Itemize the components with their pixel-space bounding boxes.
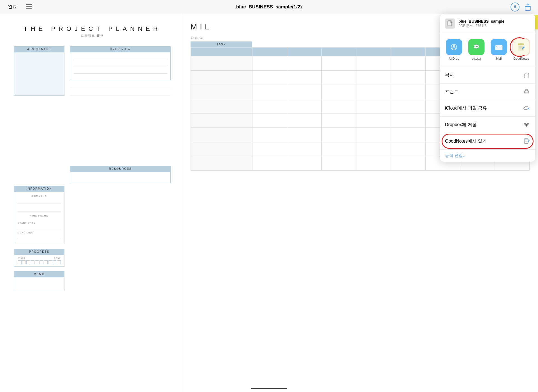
grid-row-4-task [191, 99, 252, 113]
svg-rect-27 [525, 90, 528, 91]
svg-point-29 [528, 91, 528, 92]
file-icon [445, 18, 455, 29]
messages-icon [472, 43, 481, 51]
grid-r1-c3 [322, 56, 356, 70]
airdrop-icon [450, 43, 458, 51]
line-1 [70, 82, 171, 89]
mail-app-icon[interactable] [491, 39, 507, 55]
grid-r5-c5 [391, 113, 426, 127]
airdrop-label: AirDrop [449, 57, 459, 60]
file-meta: PDF 문서 · 275 KB [458, 24, 504, 28]
grid-r2-c1 [252, 71, 287, 85]
grid-col-4 [356, 48, 391, 56]
file-details: blue_BUSINESS_sample PDF 문서 · 275 KB [458, 19, 504, 28]
page-left: THE PROJECT PLANNER 프로젝트 플랜 ASSIGNMENT O… [0, 14, 182, 392]
grid-r8-c4 [356, 156, 391, 170]
overview-header: OVER VIEW [70, 46, 171, 52]
lower-section: INFORMATION COMMENT TIME FRAME START DAT… [14, 186, 171, 296]
grid-r6-c2 [287, 128, 322, 142]
grid-row-5-task [191, 113, 252, 127]
overview-extra-lines [70, 82, 171, 96]
goodnotes-open-icon [523, 138, 530, 145]
grid-row-2-task [191, 71, 252, 85]
information-header: INFORMATION [14, 186, 64, 192]
edit-actions: 동작 편집... [440, 150, 535, 162]
page-main-title: THE PROJECT PLANNER [14, 25, 171, 33]
progress-box-7 [44, 260, 48, 264]
grid-r4-c5 [391, 99, 426, 113]
start-date-label: START DATE [18, 222, 61, 224]
grid-r8-c2 [287, 156, 322, 170]
goodnotes-app-icon[interactable] [513, 39, 529, 55]
deadline-label: DEAD LINE [18, 231, 61, 234]
page-subtitle: 프로젝트 플랜 [14, 34, 171, 38]
grid-r6-c1 [252, 128, 287, 142]
grid-r4-c2 [287, 99, 322, 113]
assignment-content [14, 52, 64, 96]
back-button[interactable]: 완료 [6, 3, 19, 11]
goodnotes-open-menu-item[interactable]: GoodNotes에서 열기 [440, 133, 535, 150]
share-icon [525, 3, 531, 11]
icloud-label: iCloud에서 파일 공유 [445, 105, 487, 111]
svg-rect-25 [524, 74, 528, 78]
grid-header-task [191, 48, 252, 56]
grid-r1-c5 [391, 56, 426, 70]
dropbox-menu-item[interactable]: Dropbox에 저장 [440, 117, 535, 133]
grid-col-3 [322, 48, 356, 56]
task-header: TASK [191, 41, 252, 47]
messages-app-icon[interactable] [468, 39, 484, 55]
time-frame-group: TIME FRAME START DATE DEAD LINE [18, 215, 61, 239]
progress-section: PROGRESS START DONE [14, 249, 64, 267]
grid-col-1 [252, 48, 287, 56]
grid-r3-c3 [322, 85, 356, 99]
grid-col-5 [391, 48, 426, 56]
progress-box-4 [31, 260, 35, 264]
grid-row-7-task [191, 142, 252, 156]
start-date-field [18, 225, 61, 229]
profile-button[interactable]: A [511, 3, 520, 11]
grid-r2-c2 [287, 71, 322, 85]
memo-header: MEMO [14, 271, 64, 277]
resources-header: RESOURCES [70, 166, 171, 172]
edit-actions-link[interactable]: 동작 편집... [445, 153, 467, 158]
svg-rect-19 [518, 43, 524, 45]
grid-r1-c1 [252, 56, 287, 70]
progress-start-label: START [18, 257, 25, 259]
print-menu-item[interactable]: 프린트 [440, 83, 535, 100]
progress-box-1 [18, 260, 22, 264]
list-button[interactable] [24, 3, 34, 11]
svg-rect-2 [26, 8, 32, 9]
grid-r7-c4 [356, 142, 391, 156]
airdrop-app-wrapper: AirDrop [444, 39, 464, 61]
grid-r2-c5 [391, 71, 426, 85]
grid-row-3-task [191, 85, 252, 99]
information-content: COMMENT TIME FRAME START DATE DEAD LINE [14, 192, 64, 244]
mail-label: Mail [496, 57, 502, 60]
grid-r8-c5 [391, 156, 426, 170]
progress-done-label: DONE [54, 257, 61, 259]
copy-menu-item[interactable]: 복사 [440, 67, 535, 83]
airdrop-app-icon[interactable] [446, 39, 462, 55]
grid-r8-c1 [252, 156, 287, 170]
file-name: blue_BUSINESS_sample [458, 19, 504, 24]
memo-section: MEMO [14, 271, 64, 291]
grid-r2-c4 [356, 71, 391, 85]
right-column: OVER VIEW RESOURCES [70, 46, 171, 183]
comment-label: COMMENT [18, 195, 61, 197]
grid-r1-c4 [356, 56, 391, 70]
overview-lines [70, 52, 170, 77]
grid-col-2 [287, 48, 322, 56]
svg-rect-28 [525, 92, 528, 94]
grid-row-6-task [191, 128, 252, 142]
progress-boxes [18, 260, 61, 264]
svg-point-13 [475, 46, 476, 47]
share-button[interactable] [523, 3, 532, 11]
goodnotes-icon [517, 43, 526, 52]
grid-r7-c1 [252, 142, 287, 156]
grid-r3-c1 [252, 85, 287, 99]
icloud-menu-item[interactable]: iCloud에서 파일 공유 [440, 100, 535, 117]
navigation-bar: 완료 blue_BUSINESS_sample(1/2) A [0, 0, 538, 14]
left-info-col: INFORMATION COMMENT TIME FRAME START DAT… [14, 186, 64, 296]
line-2 [70, 89, 171, 96]
grid-r5-c1 [252, 113, 287, 127]
